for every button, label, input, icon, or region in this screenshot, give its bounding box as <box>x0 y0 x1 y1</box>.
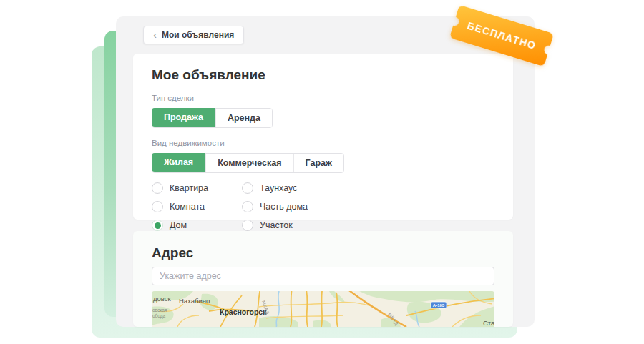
property-kind-label: Вид недвижимости <box>152 138 494 148</box>
radio-icon <box>242 201 253 212</box>
radio-option-room[interactable]: Комната <box>152 201 242 212</box>
address-input[interactable] <box>152 267 494 285</box>
radio-icon <box>242 182 253 194</box>
property-type-radio-group: Квартира Таунхаус Комната Часть дома Дом… <box>152 182 381 231</box>
radio-icon <box>152 201 163 212</box>
listing-form-card: Мое объявление Тип сделки Продажа Аренда… <box>133 54 513 220</box>
address-section-title: Адрес <box>152 245 494 261</box>
map[interactable]: довск Нахабино Красногорск овская обода … <box>152 291 494 327</box>
back-button-label: Мои объявления <box>162 30 234 40</box>
deal-type-option-rent[interactable]: Аренда <box>215 109 272 127</box>
deal-type-option-sale[interactable]: Продажа <box>152 108 215 127</box>
radio-option-house[interactable]: Дом <box>152 220 242 231</box>
property-kind-segmented-control: Жилая Коммерческая Гараж <box>152 153 344 173</box>
deal-type-segmented-control: Продажа Аренда <box>152 108 273 128</box>
property-kind-option-residential[interactable]: Жилая <box>152 153 205 172</box>
radio-icon <box>152 182 163 194</box>
address-card: Адрес <box>133 231 513 327</box>
map-town-label-krasnogorsk: Красногорск <box>220 308 267 316</box>
radio-option-apartment[interactable]: Квартира <box>152 182 242 194</box>
radio-option-land-plot[interactable]: Участок <box>242 220 381 231</box>
map-settlement-label-line2: обода <box>152 313 166 319</box>
map-town-label-partial: довск <box>153 295 172 303</box>
map-town-label-staraya: Старая <box>483 319 494 327</box>
map-road-badge-a103: А-103 <box>433 303 445 308</box>
deal-type-label: Тип сделки <box>152 93 494 103</box>
radio-selected-icon <box>152 220 163 231</box>
property-kind-option-commercial[interactable]: Коммерческая <box>205 154 293 172</box>
map-town-label-nahabino: Нахабино <box>179 297 210 305</box>
map-settlement-label-line1: овская <box>152 308 167 313</box>
radio-icon <box>242 220 253 231</box>
radio-option-townhouse[interactable]: Таунхаус <box>242 182 381 194</box>
radio-option-part-of-house[interactable]: Часть дома <box>242 201 381 212</box>
page-title: Мое объявление <box>152 67 494 83</box>
property-kind-option-garage[interactable]: Гараж <box>293 154 343 172</box>
page: ‹ Мои объявления БЕСПЛАТНО Мое объявлени… <box>0 0 644 344</box>
chevron-left-icon: ‹ <box>153 29 157 40</box>
back-to-listings-button[interactable]: ‹ Мои объявления <box>143 26 244 44</box>
